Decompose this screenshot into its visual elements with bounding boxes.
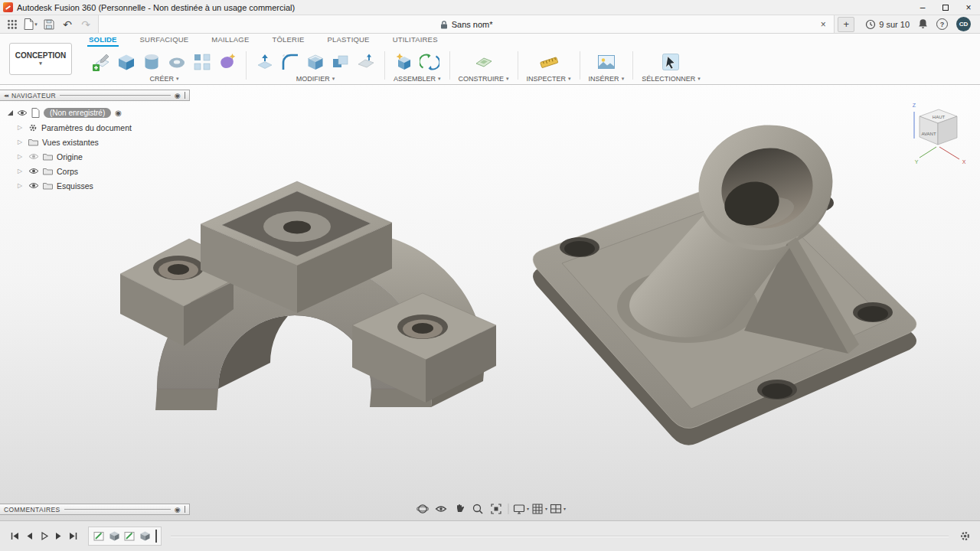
minimize-button[interactable]: –	[911, 0, 934, 15]
maximize-button[interactable]	[934, 0, 957, 15]
create-sketch-icon[interactable]	[91, 52, 111, 72]
save-icon[interactable]	[40, 17, 58, 32]
tab-surfacique[interactable]: SURFACIQUE	[139, 35, 191, 47]
tree-item-label[interactable]: Esquisses	[57, 181, 93, 191]
notifications-bell-icon[interactable]	[918, 18, 928, 31]
sketch-feature-icon[interactable]	[123, 530, 136, 543]
chevron-right-icon[interactable]: ▷	[18, 153, 24, 160]
tree-item-corps[interactable]: ▷ Corps	[18, 164, 132, 178]
step-forward-icon[interactable]	[51, 529, 66, 543]
go-to-start-icon[interactable]	[8, 529, 22, 543]
insert-image-icon[interactable]	[596, 52, 616, 72]
look-at-icon[interactable]	[433, 500, 449, 517]
group-inserer-label[interactable]: INSÉRER	[589, 75, 619, 83]
viewports-icon[interactable]: ▾	[550, 500, 567, 517]
offset-face-icon[interactable]	[356, 52, 376, 72]
create-form-icon[interactable]	[217, 52, 237, 72]
group-modifier-label[interactable]: MODIFIER	[296, 75, 330, 83]
display-settings-icon[interactable]: ▾	[513, 500, 530, 517]
close-tab-icon[interactable]: ×	[817, 19, 829, 30]
file-menu-icon[interactable]: ▾	[21, 17, 40, 32]
eye-icon[interactable]	[17, 109, 28, 116]
tree-root-row[interactable]: (Non enregistré) ◉	[8, 106, 132, 120]
tree-item-label[interactable]: Origine	[57, 152, 83, 161]
shell-icon[interactable]	[305, 52, 325, 72]
timeline-settings-icon[interactable]	[958, 529, 972, 543]
press-pull-icon[interactable]	[255, 52, 275, 72]
select-icon[interactable]	[661, 52, 681, 72]
panel-pin-icon[interactable]	[185, 92, 185, 99]
undo-icon[interactable]: ↶	[58, 17, 77, 32]
model-pillow-block[interactable]	[120, 181, 496, 410]
panel-options-icon[interactable]: ◉	[175, 506, 181, 514]
fit-icon[interactable]	[488, 500, 505, 517]
eye-icon[interactable]	[28, 168, 39, 174]
orbit-icon[interactable]	[414, 500, 431, 517]
group-construire-label[interactable]: CONSTRUIRE	[459, 75, 505, 83]
step-back-icon[interactable]	[22, 529, 37, 543]
navigator-header[interactable]: ◂◂ NAVIGATEUR ◉	[0, 90, 190, 101]
tab-tolerie[interactable]: TÔLERIE	[270, 35, 305, 47]
construction-plane-icon[interactable]	[474, 52, 494, 72]
workspace-selector[interactable]: CONCEPTION ▾	[9, 43, 72, 75]
close-button[interactable]: ×	[957, 0, 980, 15]
group-assembler-label[interactable]: ASSEMBLER	[394, 75, 436, 83]
sketch-feature-icon[interactable]	[93, 530, 105, 543]
tree-item-vues[interactable]: ▷ Vues existantes	[18, 135, 132, 149]
chevron-right-icon[interactable]: ▷	[18, 124, 24, 131]
view-cube[interactable]: Z Y X HAUT AVANT	[907, 96, 973, 170]
torus-icon[interactable]	[167, 52, 187, 72]
tree-item-label[interactable]: Corps	[57, 167, 78, 176]
measure-icon[interactable]	[539, 52, 559, 72]
pan-icon[interactable]	[451, 500, 468, 517]
tree-item-esquisses[interactable]: ▷ Esquisses	[18, 178, 132, 193]
job-progress[interactable]: 9 sur 10	[865, 19, 910, 30]
fillet-icon[interactable]	[280, 52, 300, 72]
grid-snap-icon[interactable]: ▾	[531, 500, 548, 517]
tab-maillage[interactable]: MAILLAGE	[210, 35, 250, 47]
tree-item-origine[interactable]: ▷ Origine	[18, 149, 132, 164]
chevron-right-icon[interactable]: ▷	[18, 168, 24, 174]
redo-icon[interactable]: ↷	[77, 17, 95, 32]
tree-item-label[interactable]: Paramètres du document	[41, 123, 132, 132]
help-icon[interactable]: ?	[936, 18, 948, 30]
new-tab-icon[interactable]: +	[838, 17, 854, 32]
new-component-icon[interactable]	[394, 52, 414, 72]
activate-component-icon[interactable]: ◉	[115, 109, 122, 117]
tab-plastique[interactable]: PLASTIQUE	[326, 35, 371, 47]
group-selectionner-label[interactable]: SÉLECTIONNER	[642, 75, 695, 83]
tab-utilitaires[interactable]: UTILITAIRES	[391, 35, 439, 47]
tree-item-label[interactable]: Vues existantes	[42, 138, 99, 147]
chevron-right-icon[interactable]: ▷	[18, 182, 24, 189]
expand-arrow-icon[interactable]	[8, 110, 13, 116]
combine-icon[interactable]	[331, 52, 351, 72]
chevron-right-icon[interactable]: ▷	[18, 139, 24, 145]
timeline-position-marker[interactable]	[155, 530, 157, 543]
tab-solide[interactable]: SOLIDE	[87, 35, 119, 47]
joint-icon[interactable]	[420, 52, 439, 72]
timeline-track[interactable]	[88, 527, 162, 546]
avatar[interactable]: CD	[956, 17, 971, 31]
panel-options-icon[interactable]: ◉	[175, 92, 181, 99]
eye-icon[interactable]	[28, 153, 39, 160]
comments-panel-header[interactable]: COMMENTAIRES ◉	[0, 504, 190, 515]
root-document-label[interactable]: (Non enregistré)	[44, 108, 111, 118]
apps-grid-icon[interactable]	[3, 17, 21, 32]
extrude-feature-icon[interactable]	[108, 530, 120, 543]
document-tab[interactable]: Sans nom* ×	[98, 15, 835, 33]
model-flanged-pipe[interactable]	[533, 111, 916, 445]
cylinder-icon[interactable]	[142, 52, 162, 72]
collapse-panel-icon[interactable]: ◂◂	[4, 93, 8, 99]
extrude-feature-icon[interactable]	[139, 530, 151, 543]
pattern-icon[interactable]	[192, 52, 212, 72]
group-inspecter-label[interactable]: INSPECTER	[527, 75, 567, 83]
go-to-end-icon[interactable]	[66, 529, 80, 543]
zoom-icon[interactable]	[469, 500, 486, 517]
group-creer-label[interactable]: CRÉER	[149, 75, 174, 83]
model-viewport[interactable]: ◂◂ NAVIGATEUR ◉ (Non enregistré) ◉ ▷ Par…	[0, 86, 980, 520]
tree-item-parametres[interactable]: ▷ Paramètres du document	[18, 120, 132, 135]
eye-icon[interactable]	[28, 182, 39, 189]
box-icon[interactable]	[116, 52, 136, 72]
play-icon[interactable]	[37, 529, 51, 543]
panel-pin-icon[interactable]	[185, 506, 185, 513]
